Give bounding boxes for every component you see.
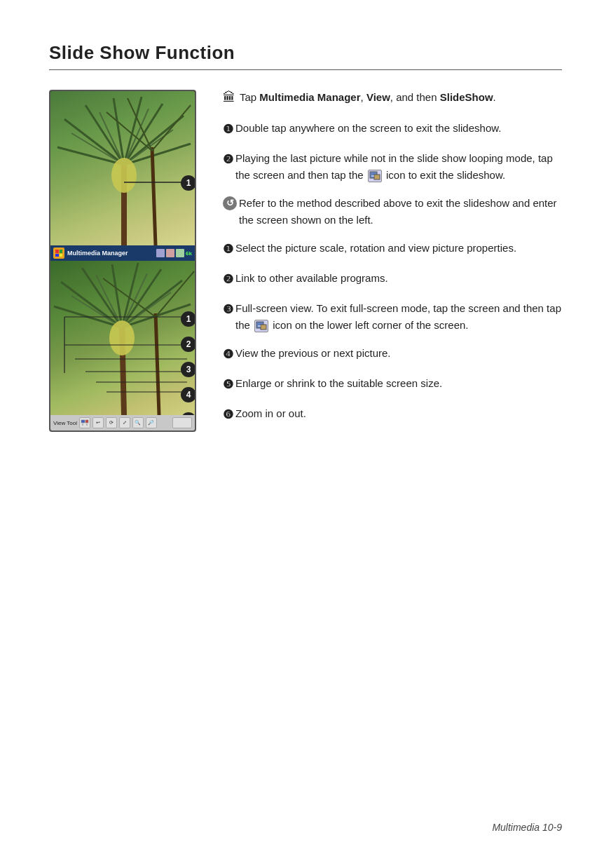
svg-line-8 bbox=[124, 144, 191, 165]
taskbar-title: Multimedia Manager bbox=[67, 250, 153, 257]
svg-line-24 bbox=[61, 282, 122, 327]
svg-rect-21 bbox=[55, 254, 59, 257]
step-5-num: ❷ bbox=[223, 270, 233, 289]
toolbar-btn-1 bbox=[79, 417, 90, 428]
top-device-screen: 1 Multimedia Mana bbox=[49, 90, 196, 432]
svg-rect-22 bbox=[60, 254, 62, 257]
step-4-block: ❶ Select the picture scale, rotation and… bbox=[223, 240, 562, 259]
toolbar-btn-5: 🔍 bbox=[132, 417, 144, 428]
intro-bold2: View bbox=[366, 91, 390, 103]
step-2-text-after: icon to exit the slideshow. bbox=[386, 169, 505, 181]
step-7-num: ❹ bbox=[223, 345, 233, 364]
callout-2-taskbar: 2 bbox=[195, 244, 196, 259]
taskbar-icon-3 bbox=[176, 249, 184, 257]
svg-rect-47 bbox=[81, 420, 85, 423]
image-wrapper: 1 Multimedia Mana bbox=[49, 90, 196, 432]
footer: Multimedia 10-9 bbox=[492, 822, 562, 833]
step-1-block: ❶ Double tap anywhere on the screen to e… bbox=[223, 120, 562, 139]
step-3-text: Refer to the method described above to e… bbox=[239, 195, 562, 229]
taskbar-icon-1 bbox=[156, 249, 165, 257]
windows-logo-svg bbox=[55, 249, 63, 257]
step-4-text: Select the picture scale, rotation and v… bbox=[235, 240, 516, 257]
svg-point-36 bbox=[109, 320, 135, 355]
intro-period: . bbox=[493, 91, 496, 103]
svg-rect-53 bbox=[374, 175, 380, 179]
intro-bold3: SlideShow bbox=[440, 91, 493, 103]
main-content: 1 Multimedia Mana bbox=[49, 90, 562, 436]
toolbar-btn-3: ⟳ bbox=[106, 417, 117, 428]
step-2-num: ❷ bbox=[223, 150, 233, 169]
slideshow-icon-svg-2 bbox=[256, 321, 267, 331]
step-6-text: Full-screen view. To exit full-screen mo… bbox=[235, 300, 562, 334]
taskbar-windows-icon bbox=[53, 247, 64, 259]
title-divider bbox=[49, 69, 562, 70]
svg-line-14 bbox=[152, 147, 156, 245]
callout-circle-b5: 5 bbox=[181, 412, 195, 415]
callout-1-top: 1 bbox=[179, 175, 195, 191]
step-5-block: ❷ Link to other available programs. bbox=[223, 270, 562, 289]
screen-top-image: 1 bbox=[50, 91, 195, 245]
taskbar-icon-2 bbox=[166, 249, 174, 257]
toolbar-btn-2: ↩ bbox=[92, 417, 104, 428]
image-column: 1 Multimedia Mana bbox=[49, 90, 203, 432]
step-3-num: ↺ bbox=[223, 196, 237, 210]
svg-rect-19 bbox=[55, 250, 59, 253]
callout-circle-b3: 3 bbox=[181, 362, 195, 377]
svg-line-25 bbox=[82, 268, 122, 327]
toolbar-label: View Tool bbox=[53, 420, 77, 426]
svg-rect-20 bbox=[60, 250, 62, 253]
svg-line-37 bbox=[156, 313, 159, 415]
svg-point-13 bbox=[111, 158, 137, 193]
svg-rect-56 bbox=[261, 325, 266, 330]
callout-circle-b1: 1 bbox=[181, 311, 195, 327]
svg-line-5 bbox=[124, 104, 163, 165]
page-title: Slide Show Function bbox=[49, 42, 562, 64]
callout-circle-b2: 2 bbox=[181, 337, 195, 352]
taskbar-icons: 6k bbox=[156, 249, 192, 257]
menu-icon: 🏛 bbox=[223, 90, 235, 105]
step-3-block: ↺ Refer to the method described above to… bbox=[223, 195, 562, 229]
step-1-text: Double tap anywhere on the screen to exi… bbox=[235, 120, 501, 137]
palm-tree-top-svg bbox=[50, 91, 195, 245]
step-8-num: ❺ bbox=[223, 375, 233, 394]
taskbar-ok-label: 6k bbox=[186, 250, 192, 257]
intro-comma: , bbox=[361, 91, 366, 103]
intro-text: Tap Multimedia Manager, View, and then S… bbox=[240, 90, 496, 106]
slideshow-icon-1 bbox=[368, 170, 382, 182]
step-8-block: ❺ Enlarge or shrink to the suitable scre… bbox=[223, 375, 562, 394]
toolbar-icon-1-svg bbox=[81, 419, 89, 426]
callout-circle-b4: 4 bbox=[181, 387, 195, 402]
step-5-text: Link to other available programs. bbox=[235, 270, 388, 287]
step-4-num: ❶ bbox=[223, 240, 233, 259]
slideshow-icon-2 bbox=[254, 320, 268, 332]
bottom-callouts: 1 2 3 4 5 6 bbox=[179, 311, 195, 415]
step-7-text: View the previous or next picture. bbox=[235, 345, 391, 362]
svg-rect-48 bbox=[85, 420, 88, 423]
step-6-num: ❸ bbox=[223, 300, 233, 319]
step-9-num: ❻ bbox=[223, 405, 233, 424]
step-9-text: Zoom in or out. bbox=[235, 405, 306, 422]
intro-and: , and then bbox=[390, 91, 440, 103]
step-9-block: ❻ Zoom in or out. bbox=[223, 405, 562, 424]
toolbar-btn-4: ⤢ bbox=[119, 417, 130, 428]
intro-bold1: Multimedia Manager bbox=[259, 91, 360, 103]
screen-bottom-image: 1 2 3 4 5 6 bbox=[50, 261, 195, 415]
callout-circle-1-top: 1 bbox=[181, 175, 195, 191]
toolbar-bar: View Tool ↩ ⟳ ⤢ 🔍 bbox=[50, 415, 195, 430]
page-container: Slide Show Function bbox=[0, 0, 611, 478]
step-2-text: Playing the last picture while not in th… bbox=[235, 150, 562, 184]
intro-block: 🏛 Tap Multimedia Manager, View, and then… bbox=[223, 90, 562, 106]
intro-prefix: Tap bbox=[240, 91, 259, 103]
step-8-text: Enlarge or shrink to the suitable screen… bbox=[235, 375, 442, 392]
step-6-block: ❸ Full-screen view. To exit full-screen … bbox=[223, 300, 562, 334]
taskbar: Multimedia Manager 6k bbox=[50, 245, 195, 261]
step-6-text-after: icon on the lower left corner of the scr… bbox=[273, 319, 468, 331]
palm-tree-bottom-svg bbox=[50, 261, 195, 415]
step-1-num: ❶ bbox=[223, 120, 233, 139]
slideshow-icon-svg-1 bbox=[369, 171, 380, 181]
text-column: 🏛 Tap Multimedia Manager, View, and then… bbox=[223, 90, 562, 436]
step-2-block: ❷ Playing the last picture while not in … bbox=[223, 150, 562, 184]
step-7-block: ❹ View the previous or next picture. bbox=[223, 345, 562, 364]
toolbar-btn-6: 🔎 bbox=[146, 417, 157, 428]
toolbar-btn-wide bbox=[172, 417, 192, 428]
